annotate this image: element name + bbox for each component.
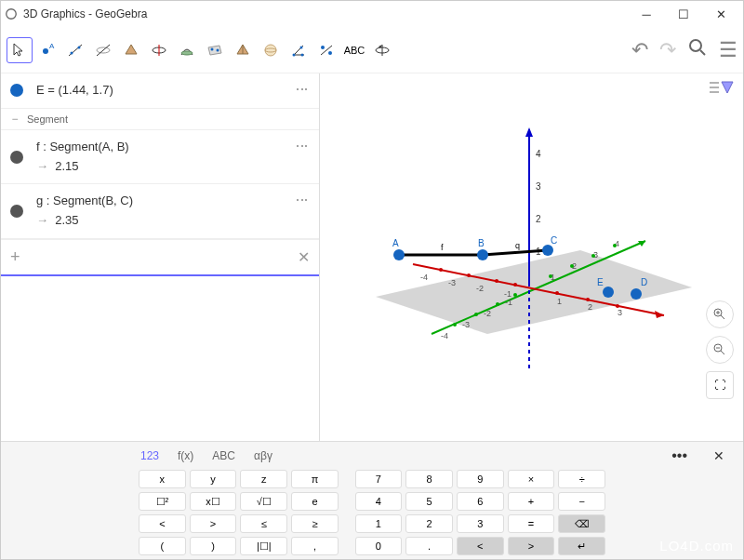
rotate-view-tool[interactable]: [369, 37, 395, 63]
line-tool[interactable]: [62, 37, 88, 63]
visibility-dot-icon[interactable]: [10, 84, 23, 97]
key-gt[interactable]: >: [190, 514, 237, 533]
svg-text:-2: -2: [476, 284, 484, 293]
minimize-button[interactable]: ─: [628, 1, 665, 27]
keyboard-more-button[interactable]: •••: [671, 447, 687, 464]
key-9[interactable]: 9: [457, 470, 504, 488]
polygon-tool[interactable]: [118, 37, 144, 63]
maximize-button[interactable]: ☐: [665, 1, 702, 27]
intersect-tool[interactable]: [174, 37, 200, 63]
tab-abc[interactable]: ABC: [212, 449, 235, 462]
sphere-tool[interactable]: [258, 37, 284, 63]
key-8[interactable]: 8: [405, 470, 453, 488]
collapse-icon[interactable]: −: [10, 113, 20, 126]
svg-point-5: [78, 46, 81, 48]
algebra-item-E[interactable]: E = (1.44, 1.7) ⋮: [1, 73, 319, 109]
svg-text:3: 3: [536, 181, 541, 192]
svg-point-81: [477, 249, 488, 260]
menu-button[interactable]: ☰: [719, 38, 737, 62]
algebra-item-g[interactable]: g : Segment(B, C) → 2.35 ⋮: [1, 184, 319, 239]
key-power[interactable]: x☐: [190, 492, 237, 511]
svg-point-87: [631, 288, 642, 300]
key-7[interactable]: 7: [355, 470, 403, 488]
zoom-in-button[interactable]: [706, 300, 734, 328]
kebab-icon[interactable]: ⋮: [295, 193, 310, 205]
tab-123[interactable]: 123: [140, 449, 159, 462]
svg-point-64: [555, 291, 559, 295]
kebab-icon[interactable]: ⋮: [295, 83, 310, 94]
svg-point-65: [586, 298, 590, 301]
svg-text:A: A: [392, 238, 399, 248]
search-button[interactable]: [687, 37, 708, 63]
keyboard-row-1: x y z π 7 8 9 × ÷: [139, 470, 605, 488]
keyboard-close-button[interactable]: ✕: [713, 448, 724, 463]
key-z[interactable]: z: [240, 470, 287, 488]
key-abs[interactable]: |☐|: [240, 537, 287, 555]
visibility-dot-icon[interactable]: [10, 205, 23, 218]
zoom-controls: ⛶: [706, 300, 734, 399]
move-tool[interactable]: [7, 37, 33, 63]
text-tool[interactable]: ABC: [341, 37, 367, 63]
key-6[interactable]: 6: [457, 492, 504, 511]
svg-point-17: [265, 45, 276, 56]
key-lt[interactable]: <: [139, 514, 186, 533]
key-backspace[interactable]: ⌫: [558, 514, 605, 533]
kebab-icon[interactable]: ⋮: [295, 140, 310, 151]
svg-text:E: E: [597, 277, 604, 287]
window-controls: ─ ☐ ✕: [628, 1, 739, 27]
zoom-out-button[interactable]: [706, 336, 734, 364]
key-dot[interactable]: .: [405, 537, 453, 555]
key-pi[interactable]: π: [291, 470, 339, 488]
reflect-tool[interactable]: [313, 37, 339, 63]
fullscreen-button[interactable]: ⛶: [706, 371, 734, 399]
svg-text:D: D: [641, 277, 647, 287]
svg-text:B: B: [478, 238, 485, 248]
key-multiply[interactable]: ×: [508, 470, 555, 488]
svg-line-3: [69, 45, 82, 56]
key-gte[interactable]: ≥: [291, 514, 339, 533]
key-plus[interactable]: +: [508, 492, 555, 511]
perpendicular-tool[interactable]: [90, 37, 116, 63]
tab-fx[interactable]: f(x): [178, 449, 193, 462]
algebra-item-f[interactable]: f : Segment(A, B) → 2.15 ⋮: [1, 130, 319, 185]
key-left[interactable]: <: [457, 537, 504, 555]
key-lte[interactable]: ≤: [240, 514, 287, 533]
close-button[interactable]: ✕: [702, 1, 739, 27]
key-5[interactable]: 5: [405, 492, 453, 511]
key-right[interactable]: >: [508, 537, 555, 555]
key-lparen[interactable]: (: [139, 537, 186, 555]
clear-input-icon[interactable]: ✕: [298, 248, 310, 266]
undo-button[interactable]: ↶: [631, 38, 648, 62]
segment-header[interactable]: − Segment: [1, 109, 319, 130]
key-divide[interactable]: ÷: [558, 470, 605, 488]
3d-scene[interactable]: 1 2 3 4 -4 -3 -2 -1 1 2 3 -4 -3 -2 -1 1 …: [320, 73, 743, 441]
tab-greek[interactable]: αβγ: [254, 449, 272, 462]
circle-tool[interactable]: [146, 37, 172, 63]
key-3[interactable]: 3: [457, 514, 504, 533]
angle-tool[interactable]: [286, 37, 312, 63]
svg-point-68: [474, 313, 478, 316]
point-tool[interactable]: A: [34, 37, 60, 63]
redo-button[interactable]: ↷: [659, 38, 676, 62]
key-y[interactable]: y: [190, 470, 237, 488]
key-square[interactable]: ☐²: [139, 492, 186, 511]
key-equals[interactable]: =: [508, 514, 555, 533]
plane-tool[interactable]: [202, 37, 228, 63]
key-minus[interactable]: −: [558, 492, 605, 511]
key-comma[interactable]: ,: [291, 537, 339, 555]
svg-text:-1: -1: [505, 298, 512, 307]
key-2[interactable]: 2: [405, 514, 453, 533]
visibility-dot-icon[interactable]: [10, 151, 23, 164]
key-rparen[interactable]: ): [190, 537, 237, 555]
keyboard-row-3: < > ≤ ≥ 1 2 3 = ⌫: [139, 514, 605, 533]
key-sqrt[interactable]: √☐: [240, 492, 287, 511]
key-0[interactable]: 0: [355, 537, 403, 555]
key-4[interactable]: 4: [355, 492, 403, 511]
graphics-3d-view[interactable]: 1 2 3 4 -4 -3 -2 -1 1 2 3 -4 -3 -2 -1 1 …: [320, 73, 743, 441]
pyramid-tool[interactable]: [230, 37, 256, 63]
algebra-input[interactable]: + ✕: [1, 239, 319, 276]
key-x[interactable]: x: [139, 470, 186, 488]
key-1[interactable]: 1: [355, 514, 403, 533]
key-e[interactable]: e: [291, 492, 339, 511]
key-enter[interactable]: ↵: [558, 537, 605, 555]
